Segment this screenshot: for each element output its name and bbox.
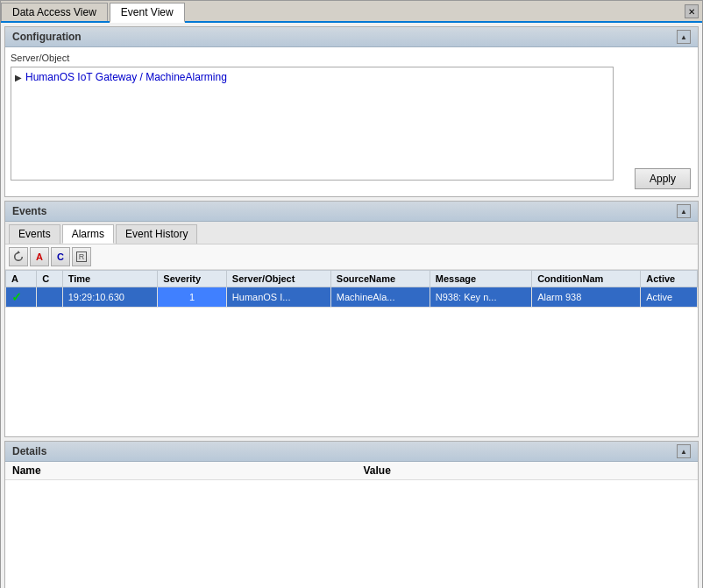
clear-alarm-button[interactable]: C <box>51 247 70 266</box>
reset-button[interactable]: R <box>72 247 91 266</box>
server-object-tree: ▶ HumanOS IoT Gateway / MachineAlarming <box>11 67 614 181</box>
details-table: Name Value <box>5 462 698 480</box>
details-collapse-btn[interactable]: ▲ <box>677 444 691 458</box>
tab-alarms[interactable]: Alarms <box>62 224 114 244</box>
tree-arrow-icon: ▶ <box>15 73 22 82</box>
cell-c <box>37 287 62 308</box>
cell-a: ✓ <box>6 287 37 308</box>
cell-condition-name: Alarm 938 <box>532 287 641 308</box>
events-header: Events ▲ <box>5 202 698 222</box>
cell-source-name: MachineAla... <box>330 287 430 308</box>
col-time: Time <box>62 271 158 287</box>
close-button[interactable]: ✕ <box>685 4 699 18</box>
events-section: Events ▲ Events Alarms Event History A C… <box>4 201 699 437</box>
configuration-body: Server/Object ▶ HumanOS IoT Gateway / Ma… <box>5 47 698 196</box>
configuration-section: Configuration ▲ Server/Object ▶ HumanOS … <box>4 26 699 197</box>
refresh-icon <box>12 251 25 263</box>
svg-marker-0 <box>17 251 20 253</box>
tab-events[interactable]: Events <box>9 224 60 244</box>
events-sub-tabs: Events Alarms Event History <box>5 222 698 244</box>
col-condition-name: ConditionNam <box>532 271 641 287</box>
configuration-collapse-btn[interactable]: ▲ <box>677 30 691 44</box>
events-title: Events <box>12 205 46 217</box>
col-c: C <box>37 271 62 287</box>
alarm-table: A C Time Severity Server/Object SourceNa… <box>5 270 698 308</box>
ack-alarm-button[interactable]: A <box>30 247 49 266</box>
cell-message: N938: Key n... <box>430 287 531 308</box>
cell-active: Active <box>641 287 698 308</box>
configuration-title: Configuration <box>12 31 82 43</box>
tree-item-gateway[interactable]: ▶ HumanOS IoT Gateway / MachineAlarming <box>15 71 609 83</box>
checkmark-icon: ✓ <box>11 290 22 304</box>
table-row[interactable]: ✓19:29:10.6301HumanOS I...MachineAla...N… <box>6 287 698 308</box>
events-table-wrap: A C Time Severity Server/Object SourceNa… <box>5 270 698 436</box>
cell-severity: 1 <box>158 287 227 308</box>
ack-icon: A <box>36 251 43 262</box>
details-title: Details <box>12 445 46 457</box>
events-collapse-btn[interactable]: ▲ <box>677 204 691 218</box>
tab-event-history[interactable]: Event History <box>116 224 197 244</box>
events-toolbar: A C R <box>5 244 698 270</box>
details-section: Details ▲ Name Value <box>4 441 699 588</box>
cell-time: 19:29:10.630 <box>62 287 158 308</box>
col-message: Message <box>430 271 531 287</box>
cell-server-object: HumanOS I... <box>226 287 330 308</box>
col-server-object: Server/Object <box>226 271 330 287</box>
tab-data-access-view[interactable]: Data Access View <box>1 3 108 21</box>
details-col-value: Value <box>356 462 698 480</box>
col-a: A <box>6 271 37 287</box>
col-active: Active <box>641 271 698 287</box>
configuration-header: Configuration ▲ <box>5 27 698 47</box>
col-severity: Severity <box>158 271 227 287</box>
top-tab-bar: Data Access View Event View ✕ <box>1 1 702 23</box>
tab-event-view[interactable]: Event View <box>110 3 185 23</box>
col-source-name: SourceName <box>330 271 430 287</box>
clear-icon: C <box>57 251 64 262</box>
apply-button[interactable]: Apply <box>635 168 691 189</box>
tree-item-label: HumanOS IoT Gateway / MachineAlarming <box>25 71 227 83</box>
details-header: Details ▲ <box>5 442 698 462</box>
details-body: Name Value <box>5 462 698 588</box>
server-object-label: Server/Object <box>11 53 692 63</box>
details-col-name: Name <box>5 462 356 480</box>
refresh-button[interactable] <box>9 247 28 266</box>
reset-icon: R <box>76 251 88 262</box>
